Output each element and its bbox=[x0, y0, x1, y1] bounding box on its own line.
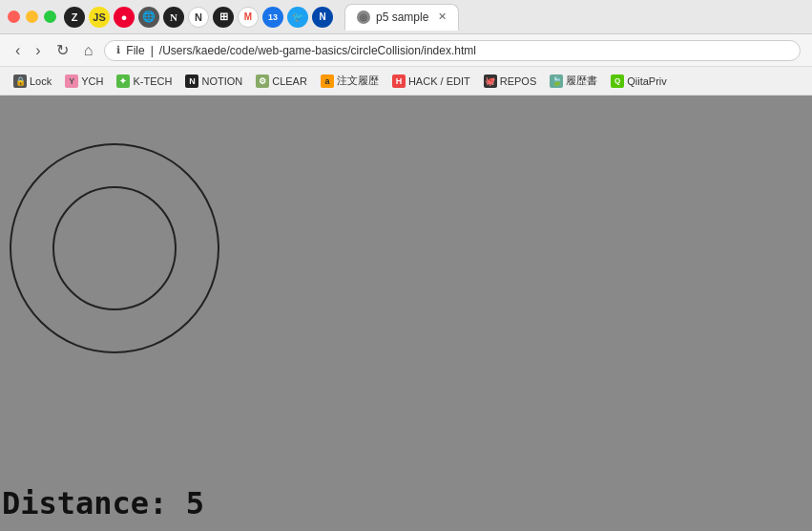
bookmark-ktech[interactable]: ✦ K-TECH bbox=[111, 73, 177, 90]
close-button[interactable] bbox=[8, 11, 20, 23]
inner-circle bbox=[52, 186, 177, 310]
n-icon[interactable]: N bbox=[163, 7, 184, 28]
reload-button[interactable]: ↻ bbox=[52, 39, 73, 61]
address-path: /Users/kaede/code/web-game-basics/circle… bbox=[159, 44, 476, 57]
red-icon[interactable]: ● bbox=[114, 7, 135, 28]
nt-icon[interactable]: N bbox=[188, 7, 209, 28]
github-bm-icon: 🐙 bbox=[484, 74, 497, 88]
amazon-bm-icon: a bbox=[321, 74, 334, 88]
bookmark-leaf-label: 履歴書 bbox=[566, 74, 597, 88]
toolbar-icons: Z JS ● 🌐 N N ⊞ M 13 🐦 N bbox=[64, 7, 333, 28]
address-protocol: File bbox=[126, 44, 144, 57]
bookmarks-bar: 🔒 Lock Y YCH ✦ K-TECH N NOTION ⚙ CLEAR a… bbox=[0, 67, 812, 96]
ktech-bm-icon: ✦ bbox=[116, 74, 130, 88]
address-separator: | bbox=[151, 44, 154, 57]
js-icon[interactable]: JS bbox=[89, 7, 110, 28]
home-button[interactable]: ⌂ bbox=[80, 40, 97, 61]
distance-text: Distance: 5 bbox=[2, 485, 204, 521]
bookmark-amazon-label: 注文履歴 bbox=[337, 74, 379, 88]
globe-icon[interactable]: 🌐 bbox=[138, 7, 159, 28]
address-field[interactable]: ℹ File | /Users/kaede/code/web-game-basi… bbox=[104, 40, 801, 61]
bookmark-hack[interactable]: H HACK / EDIT bbox=[386, 73, 476, 90]
maximize-button[interactable] bbox=[44, 11, 56, 23]
lock-icon: ℹ bbox=[116, 44, 120, 56]
tab-title: p5 sample bbox=[376, 11, 428, 24]
leaf-bm-icon: 🍃 bbox=[550, 74, 563, 88]
canvas-area: Distance: 5 bbox=[0, 96, 812, 531]
gmail-icon[interactable]: M bbox=[238, 7, 259, 28]
bookmark-clear-label: CLEAR bbox=[272, 75, 307, 87]
minimize-button[interactable] bbox=[26, 11, 38, 23]
bookmark-ych-label: YCH bbox=[81, 75, 103, 87]
bookmark-leaf[interactable]: 🍃 履歴書 bbox=[544, 72, 603, 90]
bookmark-ktech-label: K-TECH bbox=[133, 75, 172, 87]
back-button[interactable]: ‹ bbox=[11, 40, 24, 61]
bookmark-qiita-label: QiitaPriv bbox=[627, 75, 667, 87]
ych-bm-icon: Y bbox=[65, 74, 78, 88]
bookmark-ych[interactable]: Y YCH bbox=[59, 73, 109, 90]
bookmark-clear[interactable]: ⚙ CLEAR bbox=[250, 73, 313, 90]
browser-window: Z JS ● 🌐 N N ⊞ M 13 🐦 N ◎ p5 sample ✕ ‹ … bbox=[0, 0, 812, 531]
notion-bm-icon: N bbox=[185, 74, 198, 88]
twitter-icon[interactable]: 🐦 bbox=[287, 7, 308, 28]
lock-bm-icon: 🔒 bbox=[13, 74, 27, 88]
bookmark-qiita[interactable]: Q QiitaPriv bbox=[605, 73, 673, 90]
bookmark-notion[interactable]: N NOTION bbox=[179, 73, 248, 90]
bookmark-github[interactable]: 🐙 REPOS bbox=[478, 73, 543, 90]
notebook-icon[interactable]: N bbox=[312, 7, 333, 28]
active-tab[interactable]: ◎ p5 sample ✕ bbox=[344, 4, 459, 31]
bookmark-notion-label: NOTION bbox=[201, 75, 242, 87]
tab-favicon: ◎ bbox=[357, 11, 370, 24]
tab-close-button[interactable]: ✕ bbox=[438, 11, 447, 23]
clear-bm-icon: ⚙ bbox=[256, 74, 269, 88]
address-bar: ‹ › ↻ ⌂ ℹ File | /Users/kaede/code/web-g… bbox=[0, 34, 812, 67]
bookmark-lock-label: Lock bbox=[30, 75, 52, 87]
calendar-icon[interactable]: 13 bbox=[262, 7, 283, 28]
traffic-lights bbox=[8, 11, 56, 23]
zap-icon[interactable]: Z bbox=[64, 7, 85, 28]
title-bar: Z JS ● 🌐 N N ⊞ M 13 🐦 N ◎ p5 sample ✕ bbox=[0, 0, 812, 34]
bookmark-lock[interactable]: 🔒 Lock bbox=[8, 73, 57, 90]
grid-icon[interactable]: ⊞ bbox=[213, 7, 234, 28]
tab-bar: ◎ p5 sample ✕ bbox=[344, 4, 804, 31]
qiita-bm-icon: Q bbox=[611, 74, 624, 88]
bookmark-github-label: REPOS bbox=[500, 75, 537, 87]
bookmark-amazon[interactable]: a 注文履歴 bbox=[315, 72, 385, 90]
forward-button[interactable]: › bbox=[31, 40, 44, 61]
bookmark-hack-label: HACK / EDIT bbox=[408, 75, 470, 87]
hack-bm-icon: H bbox=[392, 74, 406, 88]
